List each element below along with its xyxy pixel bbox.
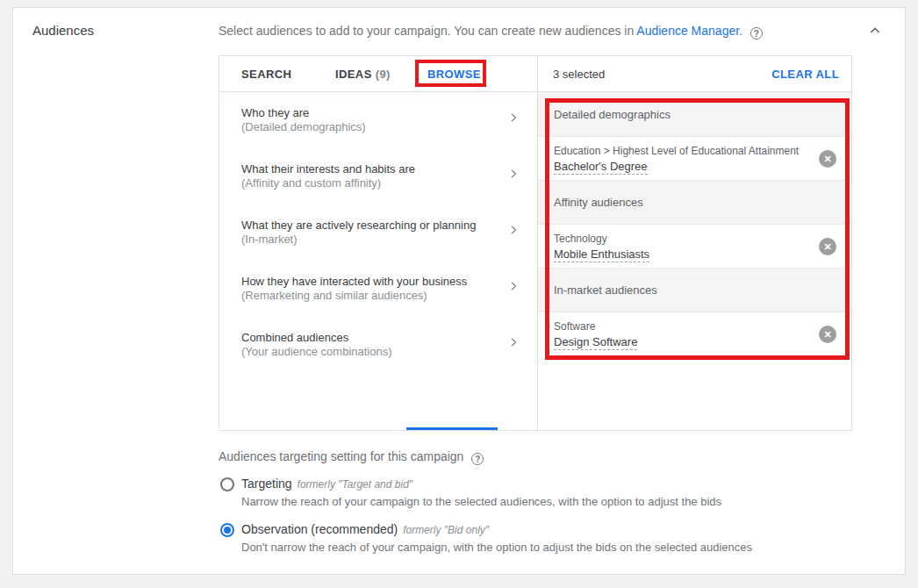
selected-section-header: In-market audiences	[538, 268, 851, 312]
audience-picker-table: SEARCH IDEAS (9) BROWSE 3 selected CLEAR…	[219, 55, 852, 431]
clear-all-button[interactable]: CLEAR ALL	[771, 56, 839, 92]
selected-section-header: Affinity audiences	[538, 180, 851, 224]
browse-row-title: Combined audiences	[241, 331, 502, 344]
observation-option-description: Don't narrow the reach of your campaign,…	[241, 541, 752, 554]
selected-audience-row: Technology Mobile Enthusiasts ✕	[538, 224, 851, 268]
tab-search[interactable]: SEARCH	[241, 56, 291, 92]
selected-count: 3 selected	[553, 56, 605, 92]
targeting-radio[interactable]	[220, 477, 234, 491]
browse-row-subtitle: (Your audience combinations)	[241, 345, 502, 358]
remove-audience-button[interactable]: ✕	[819, 326, 836, 343]
audience-value: Design Software	[554, 335, 637, 350]
targeting-option: Targetingformerly "Target and bid" Narro…	[220, 477, 721, 508]
audience-path: Education > Highest Level of Educational…	[554, 145, 809, 157]
targeting-option-formerly: formerly "Target and bid"	[298, 478, 412, 491]
targeting-option-label: Targeting	[241, 477, 292, 491]
browse-row-interests[interactable]: What their interests and habits are (Aff…	[219, 148, 537, 204]
observation-option: Observation (recommended)formerly "Bid o…	[220, 522, 752, 554]
observation-radio[interactable]	[220, 523, 234, 537]
remove-audience-button[interactable]: ✕	[819, 150, 836, 168]
targeting-option-description: Narrow the reach of your campaign to the…	[241, 495, 721, 508]
chevron-right-icon	[507, 111, 520, 127]
browse-row-title: What they are actively researching or pl…	[241, 219, 502, 232]
audience-path: Technology	[554, 233, 809, 245]
browse-row-in-market[interactable]: What they are actively researching or pl…	[219, 204, 537, 261]
active-tab-indicator	[406, 427, 498, 430]
selected-section-header: Detailed demographics	[538, 92, 851, 136]
chevron-right-icon	[507, 224, 520, 240]
browse-category-list: Who they are (Detailed demographics) Wha…	[219, 92, 537, 373]
header-description: Select audiences to add to your campaign…	[219, 24, 763, 39]
tab-browse[interactable]: BROWSE	[427, 56, 481, 92]
header-description-text: Select audiences to add to your campaign…	[219, 24, 634, 38]
targeting-setting-heading-text: Audiences targeting setting for this cam…	[219, 449, 463, 463]
selected-audience-row: Education > Highest Level of Educational…	[538, 136, 851, 180]
browse-row-subtitle: (Detailed demographics)	[241, 120, 502, 133]
tab-ideas-count: (9)	[376, 68, 391, 81]
collapse-section-button[interactable]	[866, 24, 884, 41]
audience-path: Software	[554, 320, 809, 333]
selected-audience-row: Software Design Software ✕	[538, 312, 851, 355]
selected-audiences-list: Detailed demographics Education > Highes…	[538, 92, 851, 355]
chevron-right-icon	[507, 168, 520, 183]
browse-row-who-they-are[interactable]: Who they are (Detailed demographics)	[219, 92, 537, 148]
browse-row-remarketing[interactable]: How they have interacted with your busin…	[219, 261, 537, 317]
observation-option-label: Observation (recommended)	[241, 522, 398, 536]
audience-value: Bachelor's Degree	[554, 160, 648, 175]
observation-option-formerly: formerly "Bid only"	[403, 524, 489, 536]
remove-audience-button[interactable]: ✕	[819, 238, 836, 255]
page-title: Audiences	[32, 23, 94, 38]
browse-row-subtitle: (In-market)	[241, 233, 502, 246]
browse-row-subtitle: (Affinity and custom affinity)	[241, 176, 502, 190]
browse-row-title: How they have interacted with your busin…	[241, 275, 502, 288]
browse-row-combined[interactable]: Combined audiences (Your audience combin…	[219, 317, 537, 373]
chevron-right-icon	[507, 280, 520, 296]
browse-row-subtitle: (Remarketing and similar audiences)	[241, 289, 502, 302]
tab-bar: SEARCH IDEAS (9) BROWSE 3 selected CLEAR…	[219, 56, 851, 92]
chevron-right-icon	[507, 336, 520, 352]
targeting-setting-heading: Audiences targeting setting for this cam…	[219, 449, 484, 465]
chevron-up-icon	[868, 24, 882, 41]
tab-ideas[interactable]: IDEAS (9)	[335, 56, 391, 92]
browse-row-title: What their interests and habits are	[241, 162, 502, 176]
help-icon[interactable]: ?	[750, 27, 763, 39]
audience-value: Mobile Enthusiasts	[554, 247, 649, 262]
audience-manager-link[interactable]: Audience Manager.	[636, 24, 742, 38]
audiences-card: Audiences Select audiences to add to you…	[12, 7, 906, 575]
browse-row-title: Who they are	[241, 106, 502, 119]
help-icon[interactable]: ?	[471, 453, 484, 465]
tab-ideas-label: IDEAS	[335, 68, 372, 81]
